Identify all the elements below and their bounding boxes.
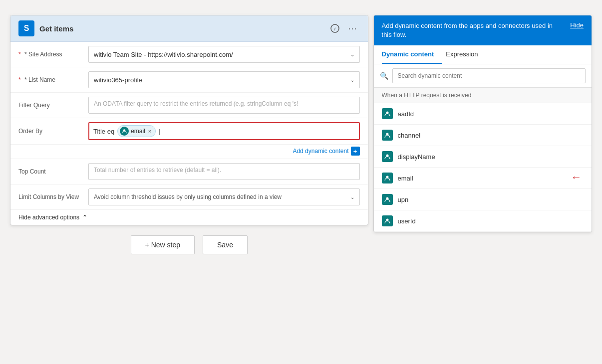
list-name-control: witivio365-profile ⌄ (88, 71, 360, 88)
section-header: When a HTTP request is received (374, 88, 592, 103)
more-options-button[interactable]: ··· (346, 21, 360, 35)
order-by-control: Title eq email × (88, 122, 360, 140)
card-actions: + New step Save (10, 235, 368, 254)
item-label-aadid: aadId (398, 110, 414, 118)
site-address-control: witivio Team Site - https://witivio.shar… (88, 46, 360, 63)
card-body: * * Site Address witivio Team Site - htt… (10, 42, 368, 225)
email-token[interactable]: email × (117, 125, 156, 137)
search-input[interactable] (392, 68, 586, 83)
advanced-options-text: Hide advanced options (18, 214, 79, 221)
limit-columns-value: Avoid column threshold issues by only us… (94, 193, 282, 200)
dynamic-content-panel: Add dynamic content from the apps and co… (373, 15, 592, 232)
limit-columns-chevron: ⌄ (350, 194, 354, 200)
top-count-input[interactable]: Total number of entries to retrieve (def… (88, 163, 360, 180)
list-item-aadid[interactable]: aadId (374, 103, 592, 125)
card-title: Get items (39, 24, 323, 33)
sharepoint-letter: S (24, 24, 29, 33)
list-name-row: * * List Name witivio365-profile ⌄ (10, 67, 368, 93)
order-by-cursor: | (159, 128, 160, 135)
limit-columns-dropdown[interactable]: Avoid column threshold issues by only us… (88, 188, 360, 205)
filter-query-input[interactable]: An ODATA filter query to restrict the en… (88, 97, 360, 114)
limit-columns-control: Avoid column threshold issues by only us… (88, 188, 360, 205)
item-icon-userid (382, 215, 393, 226)
list-name-chevron: ⌄ (350, 77, 354, 83)
item-icon-aadid (382, 108, 393, 119)
add-dynamic-icon: + (351, 147, 360, 156)
top-count-label: Top Count (18, 168, 88, 175)
token-icon (120, 127, 129, 136)
get-items-card: S Get items i ··· (10, 15, 368, 225)
tab-expression[interactable]: Expression (446, 45, 486, 64)
item-label-upn: upn (398, 196, 409, 203)
item-icon-email (382, 173, 393, 183)
advanced-options-row[interactable]: Hide advanced options ⌃ (10, 210, 368, 225)
token-label: email (131, 128, 145, 135)
search-bar: 🔍 (374, 64, 592, 88)
list-item-upn[interactable]: upn (374, 189, 592, 210)
red-arrow-indicator: → (571, 172, 582, 184)
item-icon-upn (382, 194, 393, 205)
item-label-userid: userId (398, 217, 416, 225)
filter-query-row: Filter Query An ODATA filter query to re… (10, 93, 368, 118)
site-address-dropdown[interactable]: witivio Team Site - https://witivio.shar… (88, 46, 360, 63)
site-address-row: * * Site Address witivio Team Site - htt… (10, 42, 368, 67)
new-step-button[interactable]: + New step (131, 235, 195, 254)
add-dynamic-text: Add dynamic content (293, 148, 348, 155)
sharepoint-icon: S (18, 20, 34, 36)
add-dynamic-row: Add dynamic content + (10, 145, 368, 159)
list-name-value: witivio365-profile (94, 76, 142, 84)
left-panel: S Get items i ··· (10, 15, 368, 254)
required-star: * (18, 51, 21, 58)
info-button[interactable]: i (328, 21, 342, 35)
search-icon: 🔍 (380, 72, 388, 80)
filter-query-control: An ODATA filter query to restrict the en… (88, 97, 360, 114)
limit-columns-row: Limit Columns by View Avoid column thres… (10, 184, 368, 210)
limit-columns-label: Limit Columns by View (18, 193, 88, 200)
svg-text:i: i (334, 26, 335, 31)
item-label-channel: channel (398, 132, 421, 139)
card-header: S Get items i ··· (10, 15, 368, 42)
dynamic-panel-header: Add dynamic content from the apps and co… (374, 15, 592, 45)
top-count-row: Top Count Total number of entries to ret… (10, 159, 368, 184)
advanced-options-chevron: ⌃ (82, 214, 87, 221)
top-count-placeholder: Total number of entries to retrieve (def… (94, 167, 221, 174)
token-close-btn[interactable]: × (148, 128, 151, 134)
list-item-userid[interactable]: userId (374, 210, 592, 232)
site-address-label: * * Site Address (18, 51, 88, 58)
order-by-label: Order By (18, 128, 88, 135)
order-by-field[interactable]: Title eq email × (88, 122, 360, 140)
order-by-row: Order By Title eq (10, 118, 368, 145)
item-icon-channel (382, 130, 393, 141)
item-label-displayname: displayName (398, 153, 435, 161)
filter-query-label: Filter Query (18, 102, 88, 109)
list-item-email[interactable]: email → (374, 168, 592, 189)
site-address-value: witivio Team Site - https://witivio.shar… (94, 51, 233, 58)
hide-button[interactable]: Hide (570, 21, 584, 29)
list-item-displayname[interactable]: displayName (374, 146, 592, 168)
filter-query-placeholder: An ODATA filter query to restrict the en… (94, 100, 298, 107)
dynamic-tabs: Dynamic content Expression (374, 45, 592, 64)
card-header-icons: i ··· (328, 21, 360, 35)
tab-dynamic-content[interactable]: Dynamic content (382, 45, 442, 64)
dynamic-items-list: aadId channel displayNam (374, 103, 592, 232)
list-item-channel[interactable]: channel (374, 125, 592, 146)
site-address-chevron: ⌄ (350, 52, 354, 57)
save-button[interactable]: Save (203, 235, 248, 254)
item-label-email: email (398, 175, 413, 182)
list-name-dropdown[interactable]: witivio365-profile ⌄ (88, 71, 360, 88)
dynamic-header-text: Add dynamic content from the apps and co… (382, 21, 563, 39)
add-dynamic-content-link[interactable]: Add dynamic content + (293, 147, 359, 156)
top-count-control: Total number of entries to retrieve (def… (88, 163, 360, 180)
required-star-2: * (18, 76, 21, 83)
item-icon-displayname (382, 151, 393, 162)
order-by-prefix: Title eq (93, 128, 114, 135)
list-name-label: * * List Name (18, 76, 88, 83)
